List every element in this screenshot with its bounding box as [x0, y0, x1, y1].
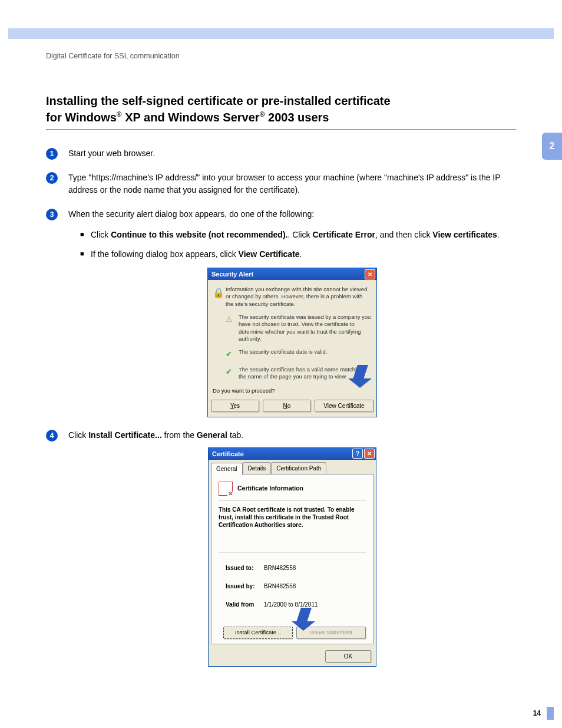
security-alert-dialog: Security Alert ✕ 🔒 Information you excha… [207, 268, 377, 417]
certificate-dialog: Certificate ? ✕ General Details Certific… [208, 447, 376, 667]
cert-warning-text: The security certificate was issued by a… [239, 314, 372, 342]
step-number-2: 2 [46, 172, 58, 184]
step-2: 2 Type "https://machine's IP address/" i… [46, 172, 516, 196]
chapter-tab: 2 [542, 133, 562, 160]
issued-by-field: Issued by: BRN482558 [219, 582, 366, 591]
close-button[interactable]: ✕ [365, 269, 375, 279]
dialog-intro-text: Information you exchange with this site … [226, 286, 372, 308]
check-icon: ✔ [226, 366, 239, 381]
pointer-arrow-icon [292, 608, 315, 631]
close-button[interactable]: ✕ [364, 449, 375, 459]
install-certificate-button[interactable]: Install Certificate... [223, 627, 293, 639]
view-certificate-button[interactable]: View Certificate [315, 400, 373, 412]
pointer-arrow-icon [348, 365, 372, 388]
help-button[interactable]: ? [352, 449, 363, 459]
step3-bullet-2: If the following dialog box appears, cli… [80, 248, 516, 261]
section-path: Digital Certificate for SSL communicatio… [46, 52, 516, 60]
header-rule [8, 28, 554, 39]
no-button[interactable]: No [263, 400, 311, 412]
page-number: 14 [533, 709, 541, 717]
step-1: 1 Start your web browser. [46, 147, 516, 160]
step-number-1: 1 [46, 148, 58, 160]
step-3: 3 When the security alert dialog box app… [46, 208, 516, 417]
tab-general[interactable]: General [211, 463, 243, 475]
page-heading: Installing the self-signed certificate o… [46, 93, 516, 130]
cert-date-valid-text: The security certificate date is valid. [239, 348, 372, 360]
tab-certification-path[interactable]: Certification Path [271, 462, 326, 474]
step3-bullet-1: Click Continue to this website (not reco… [80, 229, 516, 241]
issued-to-field: Issued to: BRN482558 [219, 564, 366, 572]
warning-icon: ⚠ [226, 314, 239, 342]
step-number-4: 4 [46, 430, 58, 442]
certificate-information-heading: Certificate Information [237, 484, 303, 493]
trust-warning-text: This CA Root certificate is not trusted.… [219, 506, 366, 529]
dialog-title: Security Alert [211, 269, 253, 279]
check-icon: ✔ [226, 348, 239, 360]
tab-details[interactable]: Details [243, 462, 272, 474]
step-4: 4 Click Install Certificate... from the … [46, 429, 516, 667]
lock-icon: 🔒 [213, 286, 226, 308]
titlebar: Security Alert ✕ [208, 268, 376, 280]
yes-button[interactable]: Yes [211, 400, 259, 412]
dialog-title: Certificate [212, 449, 244, 459]
step-number-3: 3 [46, 209, 58, 220]
titlebar: Certificate ? ✕ [209, 448, 376, 460]
page-corner-tab [547, 707, 554, 720]
ok-button[interactable]: OK [325, 650, 371, 663]
certificate-badge-icon [219, 482, 233, 496]
